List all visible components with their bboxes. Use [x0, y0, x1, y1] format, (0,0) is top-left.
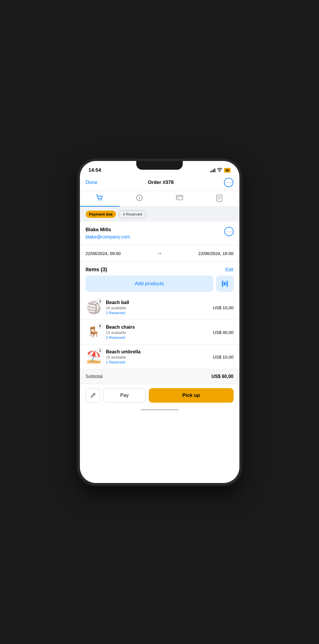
items-header: Items (3) Edit — [80, 262, 239, 276]
svg-point-0 — [219, 171, 220, 172]
phone-frame: 14:54 56 — [80, 161, 239, 483]
svg-line-18 — [94, 394, 94, 395]
status-time: 14:54 — [89, 167, 101, 173]
arrow-icon: → — [157, 250, 162, 256]
product-price: US$ 10,00 — [213, 354, 234, 359]
cart-icon — [96, 194, 103, 203]
product-availability: 15 available — [106, 330, 209, 335]
product-name: Beach umbrella — [106, 349, 209, 354]
product-availability: 15 available — [106, 355, 209, 359]
bottom-actions: Pay Pick up — [80, 384, 239, 407]
barcode-scan-icon — [221, 280, 228, 287]
tab-bar — [80, 191, 239, 207]
subtotal-value: US$ 60,00 — [212, 374, 234, 379]
nav-header: Done Order #378 ··· — [80, 176, 239, 191]
product-quantity-badge: 1 — [97, 348, 103, 353]
svg-point-2 — [101, 199, 102, 200]
svg-rect-17 — [227, 282, 227, 285]
battery-level: 56 — [224, 168, 230, 173]
product-quantity-badge: 2 — [97, 323, 103, 329]
tab-payment[interactable] — [160, 191, 199, 207]
svg-rect-8 — [177, 198, 179, 199]
home-indicator — [80, 407, 239, 414]
product-image-wrap: 1 🏐 — [86, 299, 102, 316]
product-price: US$ 40,00 — [213, 330, 234, 335]
svg-rect-13 — [222, 282, 223, 285]
booking-start: 22/06/2024, 09:00 — [86, 251, 121, 256]
product-reserved: 1 Reserved — [106, 360, 209, 364]
more-options-button[interactable]: ··· — [224, 178, 233, 187]
svg-rect-15 — [224, 282, 225, 285]
wifi-icon — [217, 168, 222, 173]
payment-due-badge: Payment due — [86, 211, 116, 218]
customer-details: Blake Mills blake@company.com — [86, 227, 130, 240]
customer-email[interactable]: blake@company.com — [86, 234, 130, 240]
product-image-wrap: 1 ⛱️ — [86, 349, 102, 365]
tab-notes[interactable] — [199, 191, 239, 207]
tab-cart[interactable] — [80, 191, 120, 207]
product-price: US$ 10,00 — [213, 305, 234, 310]
items-title: Items (3) — [86, 267, 107, 273]
svg-rect-6 — [176, 195, 183, 200]
home-bar — [141, 409, 178, 410]
done-button[interactable]: Done — [86, 180, 98, 185]
signal-bars-icon — [210, 168, 215, 172]
product-availability: 10 available — [106, 306, 209, 310]
product-name: Beach chairs — [106, 325, 209, 330]
svg-rect-16 — [226, 282, 226, 285]
svg-point-1 — [98, 199, 99, 200]
product-reserved: 2 Reserved — [106, 335, 209, 340]
product-name: Beach ball — [106, 300, 209, 305]
battery-icon: 56 — [224, 168, 230, 173]
reserved-badge: 4 Reserved — [119, 210, 146, 218]
status-badges-row: Payment due 4 Reserved — [80, 207, 239, 222]
customer-more-button[interactable]: ··· — [224, 227, 234, 236]
customer-name: Blake Mills — [86, 227, 130, 233]
subtotal-label: Subtotal — [86, 374, 103, 379]
product-info: Beach chairs 15 available 2 Reserved — [106, 325, 209, 340]
info-icon — [136, 194, 143, 203]
add-products-row: Add products — [80, 276, 239, 295]
booking-end: 22/06/2024, 16:00 — [198, 251, 234, 256]
product-reserved: 1 Reserved — [106, 311, 209, 315]
product-info: Beach ball 10 available 1 Reserved — [106, 300, 209, 315]
pencil-icon — [90, 392, 96, 398]
product-quantity-badge: 1 — [97, 298, 103, 304]
product-info: Beach umbrella 15 available 1 Reserved — [106, 349, 209, 364]
status-bar: 14:54 56 — [80, 164, 239, 176]
customer-section: Blake Mills blake@company.com ··· — [80, 222, 239, 245]
subtotal-row: Subtotal US$ 60,00 — [80, 369, 239, 384]
product-item-beach-chairs: 2 🪑 Beach chairs 15 available 2 Reserved… — [80, 320, 239, 345]
svg-point-5 — [139, 196, 140, 197]
scan-barcode-button[interactable] — [216, 276, 234, 292]
edit-pencil-button[interactable] — [86, 388, 100, 403]
page-title: Order #378 — [148, 180, 174, 185]
status-icons: 56 — [210, 168, 230, 173]
add-products-button[interactable]: Add products — [86, 276, 213, 292]
product-item-beach-ball: 1 🏐 Beach ball 10 available 1 Reserved U… — [80, 295, 239, 320]
edit-button[interactable]: Edit — [225, 267, 234, 272]
date-section: 22/06/2024, 09:00 → 22/06/2024, 16:00 — [80, 245, 239, 262]
notes-icon — [216, 194, 223, 204]
tab-info[interactable] — [120, 191, 160, 207]
product-image-wrap: 2 🪑 — [86, 324, 102, 340]
svg-rect-14 — [223, 282, 224, 285]
pay-button[interactable]: Pay — [103, 388, 146, 403]
svg-rect-9 — [217, 195, 222, 201]
payment-icon — [176, 194, 183, 202]
pickup-button[interactable]: Pick up — [149, 388, 233, 403]
product-item-beach-umbrella: 1 ⛱️ Beach umbrella 15 available 1 Reser… — [80, 345, 239, 369]
